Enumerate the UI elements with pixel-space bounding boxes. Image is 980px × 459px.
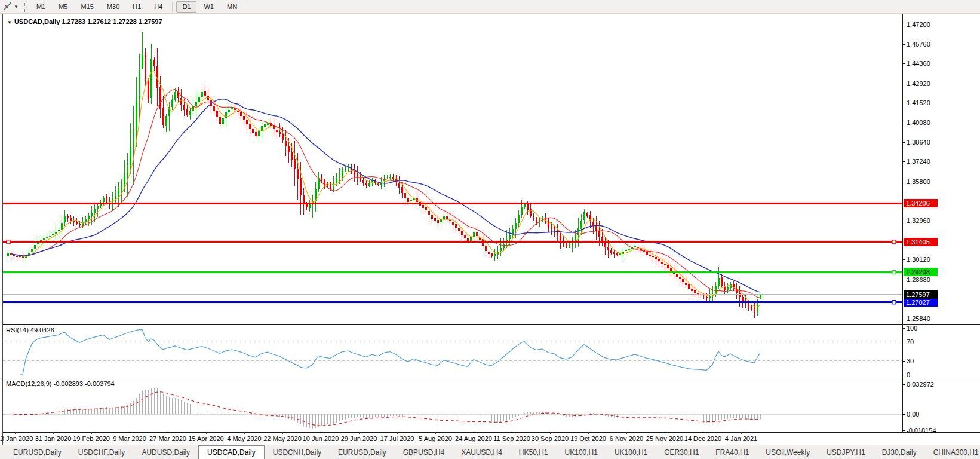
date-tick-mark bbox=[626, 433, 627, 434]
date-axis-label: 27 Mar 2020 bbox=[149, 435, 186, 442]
macd-indicator-pane[interactable]: MACD(12,26,9) -0.002893 -0.003794 bbox=[3, 378, 902, 432]
axis-tick-mark bbox=[902, 182, 905, 182]
date-axis-label: 11 Sep 2020 bbox=[493, 435, 530, 442]
chart-tab-uk100-h1-2[interactable]: UK100,H1 bbox=[606, 446, 656, 459]
date-tick-mark bbox=[15, 433, 16, 434]
chart-tab-gbpusd-h4[interactable]: GBPUSD,H4 bbox=[395, 446, 453, 459]
chart-tab-usdjpy-h1[interactable]: USDJPY,H1 bbox=[818, 446, 873, 459]
timeframe-button-d1[interactable]: D1 bbox=[176, 1, 196, 13]
chart-tab-hk50-h1[interactable]: HK50,H1 bbox=[511, 446, 557, 459]
chart-collapse-icon[interactable]: ▼ bbox=[7, 20, 12, 25]
chart-tab-usdcnh-daily[interactable]: USDCNH,Daily bbox=[265, 446, 330, 459]
date-tick-mark bbox=[130, 433, 130, 434]
rsi-axis-label: 0 bbox=[907, 371, 910, 379]
axis-tick-mark bbox=[902, 319, 905, 319]
candlestick-chart[interactable] bbox=[3, 15, 902, 324]
date-tick-mark bbox=[168, 433, 168, 434]
chart-tab-uk100-h1[interactable]: UK100,H1 bbox=[557, 446, 606, 459]
toolbar-separator bbox=[172, 2, 173, 12]
chart-tab-usdcad-daily[interactable]: USDCAD,Daily bbox=[198, 445, 265, 459]
date-axis-label: 19 Feb 2020 bbox=[73, 435, 110, 442]
hline-handle-right-1.27027[interactable] bbox=[892, 301, 896, 304]
date-tick-mark bbox=[588, 433, 589, 434]
price-axis-label: 1.44360 bbox=[907, 60, 930, 68]
rsi-axis-label: 70 bbox=[907, 338, 914, 346]
line-studies-icon[interactable] bbox=[2, 2, 14, 12]
toolbar-separator bbox=[247, 2, 247, 12]
axis-tick-mark bbox=[902, 84, 905, 84]
price-axis-border bbox=[902, 14, 903, 432]
date-tick-mark bbox=[91, 433, 92, 434]
chart-tab-china300-h1[interactable]: CHINA300,H1 bbox=[925, 446, 980, 459]
axis-tick-mark bbox=[902, 280, 905, 280]
timeframe-button-m1[interactable]: M1 bbox=[30, 1, 51, 13]
axis-tick-mark bbox=[902, 259, 905, 260]
price-chart-pane[interactable]: ▼USDCAD,Daily 1.27283 1.27612 1.27228 1.… bbox=[3, 15, 902, 324]
date-tick-mark bbox=[282, 433, 283, 434]
chart-tab-fra40-h1[interactable]: FRA40,H1 bbox=[707, 446, 757, 459]
chart-tab-usdchf-daily[interactable]: USDCHF,Daily bbox=[70, 446, 134, 459]
chart-tab-audusd-daily[interactable]: AUDUSD,Daily bbox=[133, 446, 198, 459]
axis-tick-mark bbox=[902, 414, 905, 415]
axis-tick-mark bbox=[902, 384, 905, 385]
chart-tab-eurusd-daily[interactable]: EURUSD,Daily bbox=[5, 446, 70, 459]
chart-tab-dj30-daily[interactable]: DJ30,Daily bbox=[874, 446, 925, 459]
date-axis-label: 13 Jan 2020 bbox=[0, 435, 33, 442]
axis-tick-mark bbox=[902, 361, 905, 362]
timeframe-button-m30[interactable]: M30 bbox=[101, 1, 125, 13]
hline-handle-right-1.29208[interactable] bbox=[892, 270, 896, 274]
axis-tick-mark bbox=[902, 123, 905, 123]
date-tick-mark bbox=[512, 433, 512, 434]
date-tick-mark bbox=[550, 433, 551, 434]
ma-medium-line[interactable] bbox=[11, 90, 760, 298]
date-axis-label: 24 Aug 2020 bbox=[455, 435, 492, 442]
price-axis-label: 1.40080 bbox=[907, 119, 930, 127]
timeframe-button-h1[interactable]: H1 bbox=[127, 1, 147, 13]
toolbar-grip bbox=[23, 2, 25, 12]
price-axis-label: 1.37240 bbox=[907, 158, 930, 166]
timeframe-button-m15[interactable]: M15 bbox=[75, 1, 99, 13]
chart-tab-eurusd-daily-2[interactable]: EURUSD,Daily bbox=[330, 446, 395, 459]
time-axis[interactable]: 13 Jan 202031 Jan 202019 Feb 20209 Mar 2… bbox=[3, 433, 980, 445]
date-axis-label: 17 Jul 2020 bbox=[380, 435, 414, 442]
axis-tick-mark bbox=[902, 375, 905, 375]
date-tick-mark bbox=[206, 433, 207, 434]
macd-label: MACD(12,26,9) -0.002893 -0.003794 bbox=[6, 380, 115, 387]
macd-chart[interactable] bbox=[3, 378, 902, 432]
rsi-chart[interactable] bbox=[3, 325, 902, 378]
rsi-axis-label: 30 bbox=[907, 357, 914, 365]
date-axis-label: 30 Sep 2020 bbox=[532, 435, 569, 442]
timeframe-button-m5[interactable]: M5 bbox=[53, 1, 73, 13]
date-tick-mark bbox=[474, 433, 474, 434]
axis-tick-mark bbox=[902, 103, 905, 103]
macd-axis-label: 0.00 bbox=[907, 411, 919, 418]
price-axis-label: 1.45760 bbox=[907, 41, 930, 48]
axis-tick-mark bbox=[902, 342, 905, 342]
chart-tab-usoil-weekly[interactable]: USOil,Weekly bbox=[757, 446, 818, 459]
ma-slow-line[interactable] bbox=[11, 99, 760, 292]
date-tick-mark bbox=[321, 433, 321, 434]
price-axis-label: 1.32960 bbox=[907, 217, 930, 225]
date-axis-label: 31 Jan 2020 bbox=[35, 435, 72, 442]
price-axis-label: 1.41520 bbox=[907, 99, 930, 107]
axis-tick-mark bbox=[902, 63, 905, 64]
date-tick-mark bbox=[741, 433, 742, 434]
timeframe-button-w1[interactable]: W1 bbox=[198, 1, 220, 13]
rsi-indicator-pane[interactable]: RSI(14) 49.0426 bbox=[3, 325, 902, 378]
timeframe-button-h4[interactable]: H4 bbox=[148, 1, 168, 13]
date-axis-label: 9 Mar 2020 bbox=[113, 435, 146, 442]
hline-handle-right-1.31405[interactable] bbox=[892, 240, 896, 244]
timeframe-button-mn[interactable]: MN bbox=[221, 1, 243, 13]
date-axis-label: 14 Dec 2020 bbox=[684, 435, 721, 442]
date-axis-label: 22 May 2020 bbox=[263, 435, 302, 442]
chart-title-text: USDCAD,Daily 1.27283 1.27612 1.27228 1.2… bbox=[14, 18, 162, 25]
chart-tab-bar: EURUSD,DailyUSDCHF,DailyAUDUSD,DailyUSDC… bbox=[0, 445, 980, 459]
chart-tab-xauusd-h4[interactable]: XAUUSD,H4 bbox=[453, 446, 511, 459]
axis-tick-mark bbox=[902, 142, 905, 143]
hline-handle-left-1.31405[interactable] bbox=[7, 240, 10, 244]
price-badge-1.29208: 1.29208 bbox=[904, 268, 938, 276]
chart-tab-ger30-h1[interactable]: GER30,H1 bbox=[656, 446, 707, 459]
chevron-down-icon[interactable]: ▼ bbox=[14, 4, 19, 10]
price-axis-label: 1.30120 bbox=[907, 256, 930, 264]
axis-tick-mark bbox=[902, 221, 905, 221]
